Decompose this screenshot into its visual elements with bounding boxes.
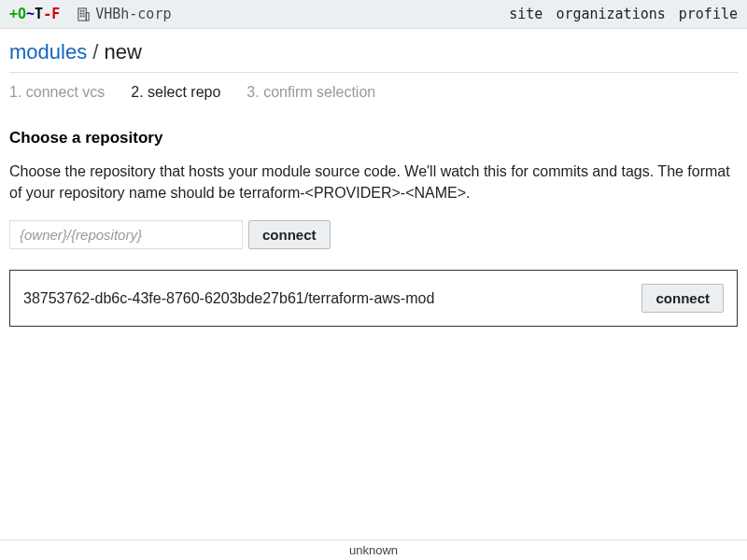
org-selector[interactable]: VHBh-corp — [77, 6, 171, 22]
nav-site[interactable]: site — [509, 6, 543, 22]
step-3: 3. confirm selection — [247, 84, 375, 101]
nav-profile[interactable]: profile — [679, 6, 738, 22]
breadcrumb-sep: / — [92, 40, 98, 63]
breadcrumb-parent[interactable]: modules — [9, 40, 87, 63]
main-content: modules / new 1. connect vcs 2. select r… — [0, 29, 747, 539]
step-1: 1. connect vcs — [9, 84, 105, 101]
logo-t: T — [35, 6, 43, 22]
repo-connect-button[interactable]: connect — [641, 284, 724, 313]
footer: unknown — [0, 539, 747, 560]
svg-rect-1 — [80, 9, 82, 11]
svg-rect-0 — [78, 7, 86, 20]
logo-f: F — [51, 6, 60, 22]
svg-rect-2 — [83, 9, 85, 11]
breadcrumb-current: new — [105, 40, 142, 63]
repo-name: 38753762-db6c-43fe-8760-6203bde27b61/ter… — [23, 290, 434, 307]
breadcrumb: modules / new — [9, 40, 738, 73]
svg-rect-5 — [80, 15, 82, 17]
topbar: +O~T-F VHBh-corp site organizations prof… — [0, 0, 747, 29]
step-2: 2. select repo — [131, 84, 220, 101]
logo[interactable]: +O~T-F — [9, 6, 60, 22]
repo-row: 38753762-db6c-43fe-8760-6203bde27b61/ter… — [9, 270, 738, 327]
nav-links: site organizations profile — [509, 6, 738, 22]
section-description: Choose the repository that hosts your mo… — [9, 161, 738, 203]
logo-tilde: ~ — [26, 6, 35, 22]
logo-o: O — [18, 6, 26, 22]
building-icon — [77, 7, 91, 21]
search-connect-button[interactable]: connect — [248, 220, 331, 249]
step-indicator: 1. connect vcs 2. select repo 3. confirm… — [9, 84, 738, 101]
svg-rect-6 — [83, 15, 85, 17]
nav-organizations[interactable]: organizations — [556, 6, 665, 22]
logo-dash: - — [43, 6, 51, 22]
org-name: VHBh-corp — [95, 6, 171, 22]
svg-rect-3 — [80, 12, 82, 14]
svg-rect-7 — [87, 12, 90, 20]
repo-search-input[interactable] — [9, 220, 243, 249]
section-title: Choose a repository — [9, 129, 738, 147]
footer-text: unknown — [349, 543, 398, 557]
logo-plus: + — [9, 6, 18, 22]
search-row: connect — [9, 220, 738, 249]
svg-rect-4 — [83, 12, 85, 14]
